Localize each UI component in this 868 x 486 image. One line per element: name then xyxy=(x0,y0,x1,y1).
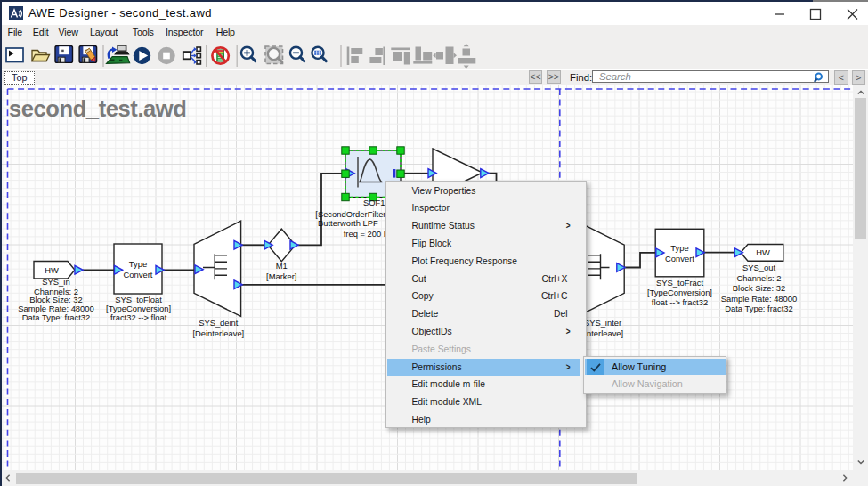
svg-text:[TypeConversion]: [TypeConversion] xyxy=(647,288,712,297)
svg-text:Sample Rate: 48000: Sample Rate: 48000 xyxy=(721,294,797,304)
svg-text:SYS_deint: SYS_deint xyxy=(199,318,239,328)
svg-text:HW: HW xyxy=(45,265,59,275)
svg-text:SOF1: SOF1 xyxy=(363,198,385,207)
svg-text:SYS_inter: SYS_inter xyxy=(584,318,621,328)
svg-text:Type: Type xyxy=(670,243,688,253)
svg-text:[Interleave]: [Interleave] xyxy=(582,328,623,338)
svg-text:Channels: 2: Channels: 2 xyxy=(736,273,781,283)
svg-text:M1: M1 xyxy=(276,261,288,271)
svg-text:[Deinterleave]: [Deinterleave] xyxy=(192,328,244,338)
svg-text:float --> fract32: float --> fract32 xyxy=(652,297,708,307)
svg-text:Block Size: 32: Block Size: 32 xyxy=(733,283,785,293)
svg-text:Type: Type xyxy=(129,259,147,269)
svg-text:SYS_toFract: SYS_toFract xyxy=(656,278,704,288)
svg-text:HW: HW xyxy=(756,247,770,257)
svg-text:second_test.awd: second_test.awd xyxy=(9,96,186,121)
svg-text:fract32 --> float: fract32 --> float xyxy=(110,312,167,322)
svg-text:Butterworth LPF: Butterworth LPF xyxy=(318,218,378,228)
svg-text:Data Type: fract32: Data Type: fract32 xyxy=(725,304,792,313)
svg-text:[Marker]: [Marker] xyxy=(266,271,296,281)
svg-text:Data Type: fract32: Data Type: fract32 xyxy=(22,312,90,322)
svg-text:Convert: Convert xyxy=(124,270,153,279)
svg-text:SYS_out: SYS_out xyxy=(742,263,775,272)
svg-text:Convert: Convert xyxy=(665,254,694,263)
